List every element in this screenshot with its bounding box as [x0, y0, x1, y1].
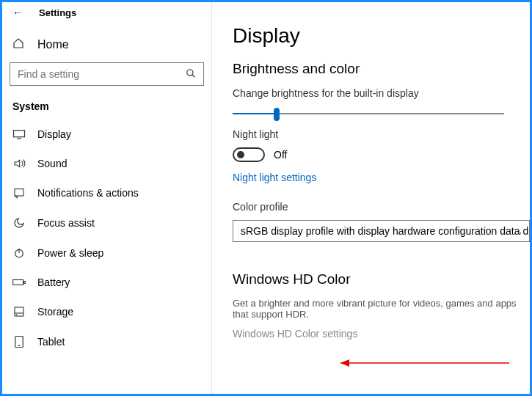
- sidebar-item-sound[interactable]: Sound: [2, 149, 211, 178]
- hd-color-heading: Windows HD Color: [233, 271, 530, 287]
- svg-line-1: [192, 74, 195, 77]
- night-light-state: Off: [274, 149, 287, 161]
- sidebar-item-tablet[interactable]: Tablet: [2, 326, 211, 357]
- storage-icon: [12, 306, 26, 318]
- sound-icon: [12, 158, 26, 169]
- color-profile-label: Color profile: [233, 201, 530, 213]
- sidebar-item-label: Display: [37, 128, 71, 140]
- night-light-label: Night light: [233, 128, 530, 140]
- hd-color-settings-link[interactable]: Windows HD Color settings: [233, 328, 357, 340]
- search-icon: [186, 68, 196, 81]
- home-label: Home: [37, 38, 69, 51]
- search-input[interactable]: [18, 68, 186, 80]
- back-icon[interactable]: ←: [12, 7, 23, 18]
- svg-point-0: [187, 69, 193, 75]
- svg-rect-8: [13, 280, 23, 285]
- color-profile-value: sRGB display profile with display hardwa…: [241, 225, 530, 237]
- search-box[interactable]: [10, 62, 204, 86]
- sidebar-item-label: Storage: [37, 306, 73, 318]
- toggle-knob: [237, 151, 244, 158]
- main-content: Display Brightness and color Change brig…: [212, 2, 530, 394]
- sidebar-item-focus-assist[interactable]: Focus assist: [2, 208, 211, 238]
- sidebar-item-battery[interactable]: Battery: [2, 268, 211, 297]
- sidebar-item-storage[interactable]: Storage: [2, 297, 211, 326]
- brightness-label: Change brightness for the built-in displ…: [233, 87, 530, 99]
- sidebar-item-label: Focus assist: [37, 217, 95, 229]
- sidebar-item-label: Sound: [37, 158, 67, 169]
- sidebar-item-label: Battery: [37, 276, 70, 288]
- svg-rect-10: [15, 307, 23, 316]
- svg-point-12: [16, 315, 17, 315]
- sidebar-item-label: Tablet: [37, 336, 65, 348]
- home-icon: [12, 37, 24, 52]
- sidebar-item-label: Power & sleep: [37, 247, 103, 259]
- svg-rect-5: [15, 189, 23, 196]
- hd-color-description: Get a brighter and more vibrant picture …: [233, 298, 526, 320]
- home-button[interactable]: Home: [2, 27, 211, 52]
- settings-title: Settings: [39, 7, 76, 18]
- notifications-icon: [12, 187, 26, 199]
- svg-marker-4: [15, 160, 20, 166]
- svg-rect-9: [23, 282, 25, 284]
- slider-fill: [233, 113, 277, 114]
- display-icon: [12, 129, 26, 139]
- svg-rect-2: [14, 131, 25, 137]
- sidebar-item-label: Notifications & actions: [37, 187, 139, 199]
- night-light-toggle[interactable]: [233, 147, 265, 162]
- system-section-label: System: [2, 86, 211, 120]
- page-title: Display: [233, 24, 530, 48]
- slider-thumb[interactable]: [274, 108, 280, 121]
- sidebar-item-power-sleep[interactable]: Power & sleep: [2, 238, 211, 268]
- sidebar-item-notifications[interactable]: Notifications & actions: [2, 178, 211, 208]
- sidebar-item-display[interactable]: Display: [2, 120, 211, 149]
- night-light-settings-link[interactable]: Night light settings: [233, 172, 316, 183]
- power-icon: [12, 247, 26, 259]
- sidebar: ← Settings Home System Display Sound: [2, 2, 212, 394]
- brightness-slider[interactable]: [233, 106, 504, 121]
- battery-icon: [12, 278, 26, 287]
- focus-assist-icon: [12, 216, 26, 230]
- chevron-down-icon: ⌄: [516, 227, 523, 237]
- brightness-color-heading: Brightness and color: [233, 61, 530, 77]
- tablet-icon: [12, 335, 26, 348]
- color-profile-dropdown[interactable]: sRGB display profile with display hardwa…: [233, 220, 530, 242]
